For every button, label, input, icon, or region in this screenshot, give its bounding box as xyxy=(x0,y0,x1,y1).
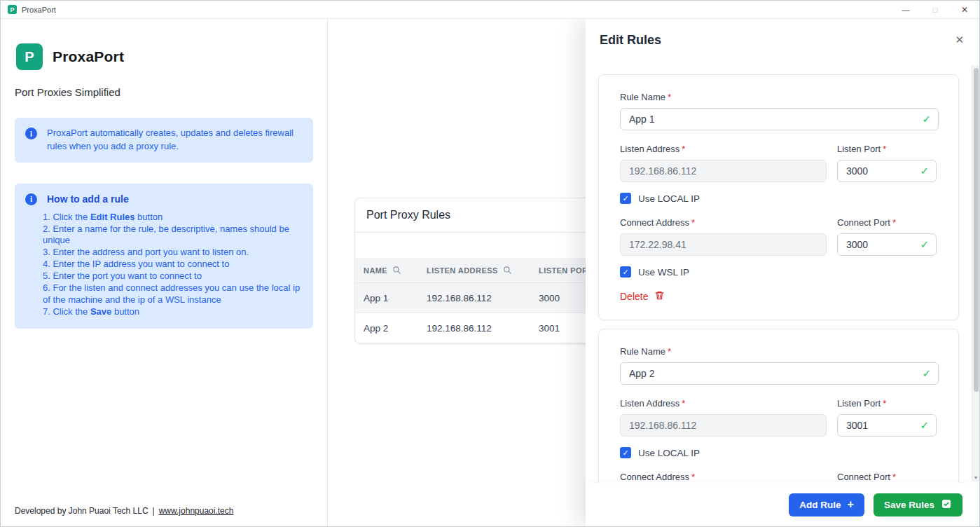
use-local-ip-checkbox[interactable]: Use LOCAL IP xyxy=(620,447,939,458)
listen-address-field: Listen Address* xyxy=(620,142,827,182)
scrollbar-down-arrow-icon[interactable] xyxy=(972,475,979,480)
howto-box: How to add a rule 1. Click the Edit Rule… xyxy=(15,184,313,329)
howto-step: 4. Enter the IP address you want to conn… xyxy=(43,259,303,271)
howto-title: How to add a rule xyxy=(47,193,129,205)
column-header-name[interactable]: NAME xyxy=(364,266,427,275)
listen-address-label: Listen Address* xyxy=(620,144,685,154)
rule-name-field: Rule Name* xyxy=(620,345,939,385)
developer-link[interactable]: www.johnpuaoi.tech xyxy=(159,506,234,516)
howto-header: How to add a rule xyxy=(25,193,303,205)
rule-name-input[interactable] xyxy=(620,362,939,385)
use-local-ip-checkbox[interactable]: Use LOCAL IP xyxy=(620,193,939,204)
valid-check-icon xyxy=(922,113,931,125)
required-asterisk: * xyxy=(883,144,886,154)
sidebar: P ProxaPort Port Proxies Simplified Prox… xyxy=(1,19,328,526)
howto-step: 3. Enter the address and port you want t… xyxy=(43,247,303,259)
connect-address-field: Connect Address* xyxy=(620,470,827,483)
close-button[interactable]: ✕ xyxy=(950,1,979,18)
search-icon[interactable] xyxy=(392,266,401,275)
drawer-scrollbar[interactable] xyxy=(972,65,979,481)
info-icon xyxy=(25,128,37,139)
required-asterisk: * xyxy=(691,472,695,482)
howto-step: 2. Enter a name for the rule, be descrip… xyxy=(43,224,303,247)
listen-port-label: Listen Port* xyxy=(837,144,886,154)
rule-card: Rule Name* Listen Address* Listen Port* xyxy=(598,74,959,320)
listen-address-input-wrap xyxy=(620,160,827,182)
app-tagline: Port Proxies Simplified xyxy=(15,86,313,98)
required-asterisk: * xyxy=(668,92,671,102)
howto-steps: 1. Click the Edit Rules button 2. Enter … xyxy=(43,212,303,318)
add-rule-button[interactable]: Add Rule xyxy=(789,493,864,516)
required-asterisk: * xyxy=(892,217,896,228)
valid-check-icon xyxy=(920,165,929,177)
connect-address-label: Connect Address* xyxy=(620,472,695,482)
brand: P ProxaPort xyxy=(16,43,313,70)
connect-port-input-wrap xyxy=(837,233,937,256)
listen-address-field: Listen Address* xyxy=(620,397,827,437)
howto-step: 1. Click the Edit Rules button xyxy=(43,212,303,224)
required-asterisk: * xyxy=(682,398,685,409)
app-name: ProxaPort xyxy=(53,48,124,65)
delete-label: Delete xyxy=(620,291,648,302)
drawer-header: Edit Rules xyxy=(586,19,979,55)
drawer-title: Edit Rules xyxy=(600,33,965,48)
footer-divider: | xyxy=(153,506,155,516)
scrollbar-thumb[interactable] xyxy=(974,68,979,392)
connect-port-field: Connect Port* xyxy=(837,470,937,483)
listen-port-input-wrap xyxy=(837,160,937,182)
required-asterisk: * xyxy=(883,398,886,409)
howto-step: 5. Enter the port you want to connect to xyxy=(43,271,303,282)
delete-rule-button[interactable]: Delete xyxy=(620,290,665,303)
listen-row: Listen Address* Listen Port* xyxy=(620,397,939,437)
connect-row: Connect Address* Connect Port* xyxy=(620,216,939,256)
howto-step: 7. Click the Save button xyxy=(43,306,303,318)
app-logo: P xyxy=(16,43,43,70)
search-icon[interactable] xyxy=(503,266,512,275)
save-rules-button[interactable]: Save Rules xyxy=(874,493,962,516)
rule-name-input-wrap xyxy=(620,362,939,385)
listen-port-input-wrap xyxy=(837,414,937,437)
titlebar-app-identity: P ProxaPort xyxy=(1,5,56,14)
howto-step: 6. For the listen and connect addresses … xyxy=(43,282,303,306)
edit-rules-drawer: Edit Rules Rule Name* Listen Address* xyxy=(586,19,979,526)
save-check-icon xyxy=(941,498,952,512)
valid-check-icon xyxy=(920,419,929,432)
connect-port-label: Connect Port* xyxy=(837,217,896,228)
connect-address-input[interactable] xyxy=(620,233,827,256)
listen-address-input-wrap xyxy=(620,414,827,437)
rule-card: Rule Name* Listen Address* Listen Port* xyxy=(598,329,959,483)
required-asterisk: * xyxy=(668,346,671,357)
sidebar-footer: Developed by John Puaoi Tech LLC | www.j… xyxy=(15,506,233,516)
listen-address-input[interactable] xyxy=(620,160,827,182)
connect-address-label: Connect Address* xyxy=(620,217,695,228)
cell-listen-address: 192.168.86.112 xyxy=(427,293,539,303)
cell-name: App 2 xyxy=(364,323,427,334)
drawer-footer: Add Rule Save Rules xyxy=(586,483,979,526)
window-title: ProxaPort xyxy=(22,6,56,14)
listen-address-input[interactable] xyxy=(620,414,827,437)
required-asterisk: * xyxy=(691,217,695,228)
listen-address-label: Listen Address* xyxy=(620,398,685,409)
trash-icon xyxy=(654,290,665,303)
firewall-info-text: ProxaPort automatically creates, updates… xyxy=(47,127,303,153)
connect-address-input-wrap xyxy=(620,233,827,256)
app-icon: P xyxy=(8,5,17,14)
connect-address-field: Connect Address* xyxy=(620,216,827,256)
firewall-info-box: ProxaPort automatically creates, updates… xyxy=(15,118,313,163)
column-header-listen-address[interactable]: LISTEN ADDRESS xyxy=(427,266,539,275)
save-rules-label: Save Rules xyxy=(884,500,934,510)
rule-name-label: Rule Name* xyxy=(620,346,671,357)
checkbox-checked-icon xyxy=(620,447,631,458)
use-wsl-ip-checkbox[interactable]: Use WSL IP xyxy=(620,266,939,278)
app-icon-letter: P xyxy=(10,6,14,13)
maximize-button[interactable]: □ xyxy=(920,1,950,18)
close-icon[interactable] xyxy=(955,34,964,45)
required-asterisk: * xyxy=(682,144,685,154)
app-logo-letter: P xyxy=(25,49,34,65)
listen-port-label: Listen Port* xyxy=(837,398,886,409)
minimize-button[interactable]: — xyxy=(891,1,920,18)
rule-name-input[interactable] xyxy=(620,108,939,130)
connect-port-label: Connect Port* xyxy=(837,472,896,482)
add-rule-label: Add Rule xyxy=(799,500,841,510)
use-wsl-ip-label: Use WSL IP xyxy=(638,267,689,278)
